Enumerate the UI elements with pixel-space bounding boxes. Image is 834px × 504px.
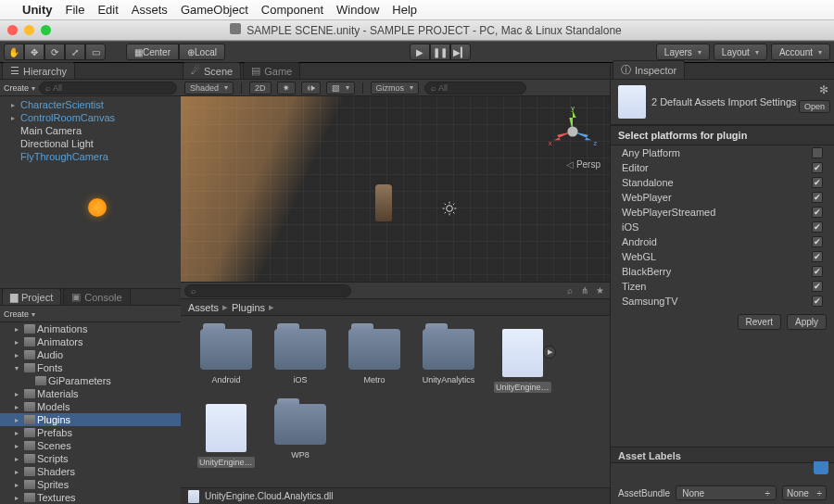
hand-tool[interactable]: ✋ <box>4 44 24 60</box>
asset-item[interactable]: UnityAnalytics <box>420 329 477 393</box>
asset-item[interactable]: Metro <box>346 329 403 393</box>
revert-button[interactable]: Revert <box>738 314 781 330</box>
project-tree-item[interactable]: ▸Scripts <box>0 452 181 465</box>
close-window-icon[interactable] <box>7 25 18 35</box>
assetbundle-name-dropdown[interactable]: None÷ <box>676 485 777 500</box>
projection-label[interactable]: Persp <box>566 159 600 170</box>
menu-edit[interactable]: Edit <box>97 3 118 17</box>
menu-window[interactable]: Window <box>336 3 379 17</box>
scene-tab[interactable]: ☄ Scene <box>183 62 241 79</box>
platform-checkbox[interactable]: ✔ <box>812 221 823 233</box>
asset-item[interactable]: Android <box>197 329 255 393</box>
layout-dropdown[interactable]: Layout <box>714 44 767 60</box>
scale-tool[interactable]: ⤢ <box>65 44 85 60</box>
asset-item[interactable]: UnityEngine.... <box>197 404 255 468</box>
project-create[interactable]: Create <box>4 309 35 319</box>
platform-row: WebPlayer✔ <box>611 190 834 205</box>
zoom-window-icon[interactable] <box>41 25 51 35</box>
space-toggle[interactable]: ⊕ Local <box>179 44 225 60</box>
move-tool[interactable]: ✥ <box>24 44 44 60</box>
hierarchy-search[interactable]: All <box>39 82 177 94</box>
menu-component[interactable]: Component <box>261 3 323 17</box>
gear-icon[interactable]: ✻ <box>819 83 828 96</box>
project-tab[interactable]: ▆ Project <box>2 288 61 305</box>
platform-checkbox[interactable]: ✔ <box>812 236 823 247</box>
rotate-tool[interactable]: ⟳ <box>44 44 65 60</box>
inspector-tab[interactable]: ⓘ Inspector <box>613 60 685 79</box>
asset-item[interactable]: WP8 <box>272 404 329 468</box>
menu-gameobject[interactable]: GameObject <box>181 3 248 17</box>
2d-toggle[interactable]: 2D <box>249 82 272 94</box>
layers-dropdown[interactable]: Layers <box>656 44 710 60</box>
audio-toggle[interactable]: 🕪 <box>301 82 321 94</box>
save-filter-icon[interactable]: ⋔ <box>578 284 591 297</box>
shading-mode[interactable]: Shaded <box>184 82 234 94</box>
menu-assets[interactable]: Assets <box>132 3 168 17</box>
play-button[interactable]: ▶ <box>410 44 430 60</box>
folder-icon <box>24 480 35 489</box>
platform-checkbox[interactable]: ✔ <box>812 281 823 292</box>
hierarchy-item[interactable]: ▸ControlRoomCanvas <box>0 111 181 124</box>
pivot-toggle[interactable]: ▦ Center <box>126 44 179 60</box>
project-tree-item[interactable]: ▾Fonts <box>0 361 181 374</box>
scene-search[interactable]: All <box>424 82 526 94</box>
project-tree-item[interactable]: ▸Models <box>0 400 181 413</box>
project-tree-item[interactable]: ▸Animations <box>0 322 181 335</box>
platform-checkbox[interactable]: ✔ <box>812 192 823 203</box>
project-tree-item[interactable]: ▸Scenes <box>0 439 181 452</box>
platform-checkbox[interactable]: ✔ <box>812 266 823 277</box>
orientation-gizmo[interactable]: y z x <box>547 106 599 158</box>
fx-toggle[interactable]: ▨ <box>326 82 355 94</box>
hierarchy-item[interactable]: Directional Light <box>0 137 181 150</box>
hierarchy-item[interactable]: ▸CharacterScientist <box>0 98 181 111</box>
platform-checkbox[interactable]: ✔ <box>812 207 823 218</box>
project-tree-item[interactable]: ▸Shaders <box>0 465 181 478</box>
project-tree-item[interactable]: ▸Textures <box>0 491 181 504</box>
hierarchy-item[interactable]: FlyThroughCamera <box>0 150 181 163</box>
account-dropdown[interactable]: Account <box>771 44 830 60</box>
breadcrumb[interactable]: Assets▸Plugins▸ <box>181 299 610 316</box>
gizmos-dropdown[interactable]: Gizmos <box>371 82 420 94</box>
folder-icon <box>24 363 35 372</box>
project-search[interactable] <box>184 284 351 297</box>
menu-app[interactable]: Unity <box>22 3 53 17</box>
platform-checkbox[interactable]: ✔ <box>812 162 823 173</box>
hierarchy-create[interactable]: Create <box>4 83 35 93</box>
project-tree-item[interactable]: ▸Animators <box>0 335 181 348</box>
console-tab[interactable]: ▣ Console <box>63 288 130 305</box>
scene-view[interactable]: y z x Persp <box>181 96 610 282</box>
apply-button[interactable]: Apply <box>787 314 827 330</box>
platform-checkbox[interactable] <box>812 147 823 158</box>
game-tab[interactable]: ▤ Game <box>243 62 300 79</box>
minimize-window-icon[interactable] <box>24 25 34 35</box>
folder-icon <box>24 337 35 346</box>
hierarchy-item[interactable]: Main Camera <box>0 124 181 137</box>
project-tree-item[interactable]: ▸Prefabs <box>0 426 181 439</box>
favorite-icon[interactable]: ★ <box>593 284 606 297</box>
file-icon <box>188 490 199 503</box>
open-button[interactable]: Open <box>799 100 830 113</box>
project-tree-item[interactable]: GiParameters <box>0 374 181 387</box>
project-tree-item[interactable]: ▸Materials <box>0 387 181 400</box>
assetbundle-variant-dropdown[interactable]: None÷ <box>782 485 827 500</box>
menu-file[interactable]: File <box>66 3 85 17</box>
asset-item[interactable]: ▶UnityEngine.... <box>494 329 551 393</box>
filter-icon[interactable]: ⌕ <box>563 284 576 297</box>
platform-checkbox[interactable]: ✔ <box>812 177 823 188</box>
platform-checkbox[interactable]: ✔ <box>812 296 823 307</box>
project-tree-item[interactable]: ▸Plugins <box>0 413 181 426</box>
hierarchy-list: ▸CharacterScientist ▸ControlRoomCanvas M… <box>0 96 181 165</box>
asset-labels-header: Asset Labels <box>611 447 834 463</box>
hierarchy-tab[interactable]: ☰ Hierarchy <box>2 62 75 79</box>
light-toggle[interactable]: ✷ <box>277 82 296 94</box>
asset-item[interactable]: iOS <box>272 329 329 393</box>
platform-checkbox[interactable]: ✔ <box>812 251 823 262</box>
rect-tool[interactable]: ▭ <box>85 44 106 60</box>
pause-button[interactable]: ❚❚ <box>430 44 450 60</box>
label-tag-icon[interactable] <box>814 461 828 474</box>
step-button[interactable]: ▶▎ <box>450 44 471 60</box>
project-tree-item[interactable]: ▸Audio <box>0 348 181 361</box>
menu-help[interactable]: Help <box>392 3 417 17</box>
play-icon[interactable]: ▶ <box>543 346 556 359</box>
project-tree-item[interactable]: ▸Sprites <box>0 478 181 491</box>
